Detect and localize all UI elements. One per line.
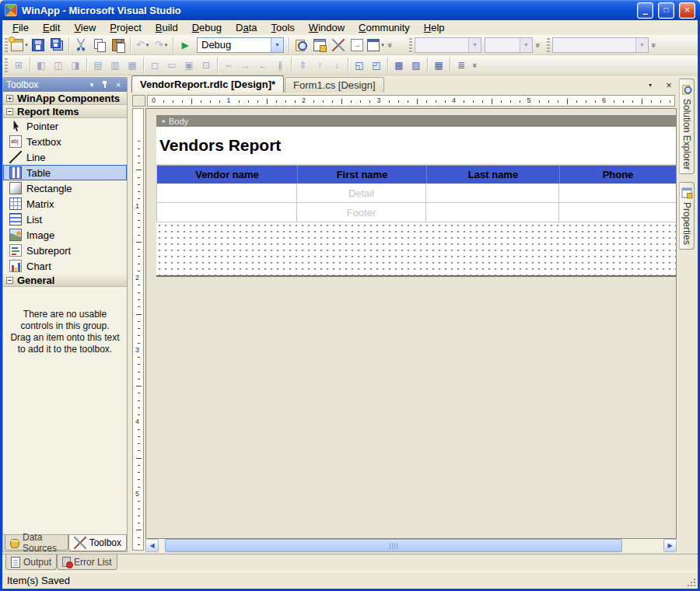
scrollbar-thumb[interactable] [165, 539, 622, 552]
toolbar-grip[interactable] [547, 38, 550, 52]
table-cell[interactable] [426, 203, 559, 222]
menu-project[interactable]: Project [103, 21, 148, 34]
toolbox-item-list[interactable]: List [3, 212, 127, 227]
pin-icon[interactable] [100, 79, 110, 90]
toolbox-group-general[interactable]: − General [3, 274, 127, 287]
tab-form1[interactable]: Form1.cs [Design] [285, 77, 383, 93]
align-tops-button[interactable]: ▤ [89, 57, 107, 74]
menu-debug[interactable]: Debug [185, 21, 229, 34]
body-band-header[interactable]: Body [156, 115, 676, 127]
column-header-last-name[interactable]: Last name [426, 166, 559, 184]
menu-tools[interactable]: Tools [264, 21, 302, 34]
align-centers-button[interactable]: ◫ [50, 57, 67, 74]
bring-to-front-button[interactable]: ▩ [390, 57, 408, 74]
menu-data[interactable]: Data [229, 21, 264, 34]
undo-button[interactable]: ↶ [133, 37, 152, 54]
new-project-button[interactable] [10, 37, 29, 54]
size-to-grid-button[interactable]: ⊡ [198, 57, 215, 74]
toolbar-overflow-icon[interactable] [649, 37, 660, 54]
toolbar-grip[interactable] [5, 38, 8, 52]
tab-toolbox[interactable]: Toolbox [68, 535, 127, 551]
close-icon[interactable]: × [113, 79, 124, 90]
tab-output[interactable]: Output [5, 554, 57, 570]
close-button[interactable]: × [679, 2, 695, 19]
toolbar-overflow-icon[interactable] [533, 37, 544, 54]
solution-explorer-button[interactable] [292, 37, 310, 54]
cut-button[interactable] [72, 37, 90, 54]
tab-order-button[interactable]: ≣ [453, 57, 470, 74]
resize-grip[interactable] [686, 577, 696, 587]
design-surface[interactable]: Body Vendors Report Vendor nameFirst nam… [145, 108, 677, 539]
toolbar-grip[interactable] [5, 58, 8, 72]
v-spacing-equal-button[interactable]: ⇕ [294, 57, 311, 74]
align-rights-button[interactable]: ◨ [67, 57, 84, 74]
menu-build[interactable]: Build [149, 21, 185, 34]
make-same-size-button[interactable]: ▣ [180, 57, 198, 74]
toolbox-group-winapp-components[interactable]: +WinApp Components [3, 92, 127, 105]
toolbox-item-pointer[interactable]: Pointer [3, 118, 127, 134]
report-title-textbox[interactable]: Vendors Report [156, 127, 676, 165]
minimize-button[interactable]: ▁ [637, 2, 653, 19]
solution-configurations-combo[interactable]: Debug▼ [197, 37, 284, 53]
paste-button[interactable] [109, 37, 128, 54]
expander-icon[interactable]: − [6, 108, 13, 115]
tab-solution-explorer[interactable]: Solution Explorer [679, 79, 695, 174]
column-header-first-name[interactable]: First name [297, 166, 426, 184]
center-horizontally-button[interactable]: ◱ [351, 57, 368, 74]
table-row-detail[interactable]: Detail [157, 184, 676, 203]
menu-file[interactable]: File [5, 21, 36, 34]
redo-button[interactable]: ↷ [152, 37, 170, 54]
table-cell[interactable] [426, 184, 559, 202]
table-cell[interactable] [157, 203, 297, 222]
menu-view[interactable]: View [67, 21, 103, 34]
table-cell[interactable] [157, 184, 297, 202]
tab-vendorreport[interactable]: VendorReport.rdlc [Design]* [131, 75, 284, 93]
maximize-button[interactable]: □ [658, 2, 674, 19]
table-cell[interactable] [559, 203, 676, 222]
v-spacing-decrease-button[interactable]: ↓ [328, 57, 345, 74]
table-cell[interactable] [559, 184, 676, 202]
send-to-back-button[interactable]: ▨ [408, 57, 425, 74]
menu-window[interactable]: Window [302, 21, 352, 34]
toolbox-item-subreport[interactable]: Subreport [3, 243, 127, 258]
command-window-button[interactable] [366, 37, 385, 54]
close-document-icon[interactable]: × [663, 79, 675, 91]
center-vertically-button[interactable]: ◰ [368, 57, 385, 74]
start-debugging-button[interactable]: ▶ [176, 37, 194, 54]
align-middles-button[interactable]: ▥ [107, 57, 124, 74]
save-button[interactable] [29, 37, 47, 54]
toolbox-item-textbox[interactable]: Textbox [3, 134, 127, 149]
window-position-icon[interactable]: ▾ [86, 79, 97, 90]
column-header-vendor-name[interactable]: Vendor name [157, 166, 297, 184]
column-header-phone[interactable]: Phone [559, 166, 676, 184]
toolbox-item-chart[interactable]: Chart [3, 258, 127, 274]
toolbox-item-table[interactable]: Table [3, 165, 127, 180]
menu-help[interactable]: Help [417, 21, 452, 34]
toolbox-item-line[interactable]: Line [3, 149, 127, 165]
toolbar-overflow-icon[interactable] [470, 57, 481, 74]
align-lefts-button[interactable]: ◧ [33, 57, 50, 74]
toolbox-item-rectangle[interactable]: Rectangle [3, 180, 127, 196]
toolbox-item-matrix[interactable]: Matrix [3, 196, 127, 212]
table-row-footer[interactable]: Footer [157, 203, 676, 222]
tab-properties[interactable]: Properties [679, 182, 695, 250]
expander-icon[interactable]: − [6, 277, 13, 284]
report-table[interactable]: Vendor nameFirst nameLast namePhone Deta… [156, 165, 676, 222]
make-same-height-button[interactable]: ▭ [163, 57, 180, 74]
h-spacing-increase-button[interactable]: → [237, 57, 254, 74]
start-page-button[interactable] [348, 37, 366, 54]
h-spacing-equal-button[interactable]: ⇔ [220, 57, 237, 74]
toolbar-overflow-icon[interactable] [385, 37, 397, 54]
make-same-width-button[interactable]: ◻ [146, 57, 163, 74]
scroll-left-icon[interactable]: ◀ [145, 539, 159, 552]
properties-window-button[interactable] [310, 37, 329, 54]
report-body[interactable]: Vendors Report Vendor nameFirst nameLast… [156, 127, 676, 277]
table-cell[interactable]: Footer [297, 203, 426, 222]
scroll-right-icon[interactable]: ▶ [663, 539, 677, 552]
horizontal-scrollbar[interactable]: ◀ ▶ [145, 539, 677, 552]
copy-button[interactable] [90, 37, 109, 54]
menu-community[interactable]: Community [352, 21, 417, 34]
toolbox-group-report-items[interactable]: −Report Items [3, 105, 127, 118]
scrollbar-track[interactable] [159, 539, 663, 552]
align-bottoms-button[interactable]: ▦ [124, 57, 141, 74]
